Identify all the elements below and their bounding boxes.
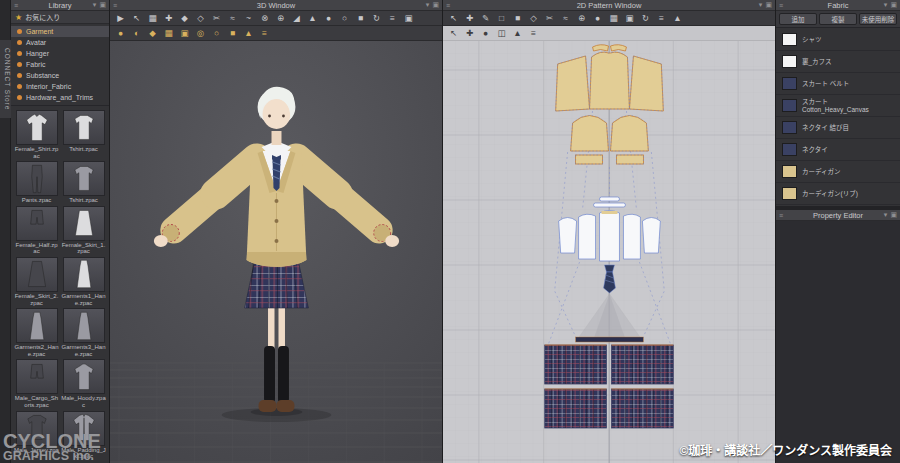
dock-icon[interactable]: ▣ bbox=[765, 1, 772, 9]
library-item[interactable]: Female_Shirt.zpac bbox=[14, 110, 59, 159]
library-item[interactable]: Tshirt.zpac bbox=[61, 110, 106, 159]
collapse-icon[interactable]: ▾ bbox=[93, 1, 97, 9]
rotate-2d-icon[interactable]: ↻ bbox=[638, 12, 653, 25]
sewing-icon[interactable]: ✂ bbox=[209, 12, 224, 25]
library-category-garment[interactable]: Garment bbox=[11, 26, 109, 37]
polygon-icon[interactable]: □ bbox=[494, 12, 509, 25]
fabric-add-button[interactable]: 追加 bbox=[779, 13, 817, 25]
fabric-delete-unused-button[interactable]: 未使用削除 bbox=[859, 13, 897, 25]
circle-icon[interactable]: ◇ bbox=[526, 12, 541, 25]
library-item[interactable]: Male_Padding_Jkt.zpac bbox=[61, 411, 106, 460]
show-texture-icon[interactable]: ▣ bbox=[177, 27, 192, 40]
fabric-titlebar[interactable]: ≡ Fabric ▾ ▣ bbox=[776, 0, 900, 11]
rotate-view-icon[interactable]: ↻ bbox=[369, 12, 384, 25]
collapse-icon[interactable]: ▾ bbox=[426, 1, 430, 9]
menu-2d-icon[interactable]: ≡ bbox=[654, 12, 669, 25]
grid-icon[interactable]: ▣ bbox=[401, 12, 416, 25]
show-mesh-icon[interactable]: ▦ bbox=[161, 27, 176, 40]
titlebar-2d[interactable]: ≡ 2D Pattern Window ▾ ▣ bbox=[443, 0, 775, 11]
show-pins-icon[interactable]: ◆ bbox=[145, 27, 160, 40]
panel-2d-icon[interactable]: ◫ bbox=[494, 27, 509, 40]
library-item[interactable]: Tshirt.zpac bbox=[61, 161, 106, 204]
library-item[interactable]: Female_Skirt_1.zpac bbox=[61, 206, 106, 255]
library-category-hanger[interactable]: Hanger bbox=[11, 48, 109, 59]
library-item[interactable]: Male_Hoody.zpac bbox=[61, 359, 106, 408]
fabric-item[interactable]: ネクタイ 結び目 bbox=[776, 117, 900, 139]
add-point-icon[interactable]: ✎ bbox=[478, 12, 493, 25]
library-category-interior_fabric[interactable]: Interior_Fabric bbox=[11, 81, 109, 92]
favorites-tab[interactable]: ★ お気に入り bbox=[11, 11, 109, 24]
show-floor-icon[interactable]: ■ bbox=[225, 27, 240, 40]
scene-light-icon[interactable]: ◎ bbox=[193, 27, 208, 40]
translate-gizmo-icon[interactable]: ✚ bbox=[161, 12, 176, 25]
library-category-hardware_and_trims[interactable]: Hardware_and_Trims bbox=[11, 92, 109, 103]
grading-icon[interactable]: ▦ bbox=[606, 12, 621, 25]
library-item[interactable]: Garments3_Hane.zpac bbox=[61, 308, 106, 357]
collapse-icon[interactable]: ▾ bbox=[759, 1, 763, 9]
gizmo-mode-icon[interactable]: ▲ bbox=[241, 27, 256, 40]
library-item[interactable]: Garments1_Hane.zpac bbox=[61, 257, 106, 306]
show-avatar-icon[interactable]: ● bbox=[113, 27, 128, 40]
dock-icon[interactable]: ▣ bbox=[890, 211, 897, 219]
segment-sewing-2d-icon[interactable]: ≈ bbox=[558, 12, 573, 25]
fabric-duplicate-button[interactable]: 複製 bbox=[819, 13, 857, 25]
library-item[interactable]: Female_Skirt_2.zpac bbox=[14, 257, 59, 306]
window-menu-icon[interactable]: ≡ bbox=[779, 2, 783, 9]
select-2d-icon[interactable]: ↖ bbox=[446, 27, 461, 40]
canvas-3d[interactable] bbox=[110, 41, 442, 463]
library-category-avatar[interactable]: Avatar bbox=[11, 37, 109, 48]
property-editor-titlebar[interactable]: ≡ Property Editor ▾ ▣ bbox=[776, 210, 900, 221]
fabric-item[interactable]: 裏_カフス bbox=[776, 51, 900, 73]
tack-icon[interactable]: ⊕ bbox=[273, 12, 288, 25]
library-item[interactable]: Pants.zpac bbox=[14, 161, 59, 204]
show-wireframe-icon[interactable]: ○ bbox=[209, 27, 224, 40]
measure-icon[interactable]: ○ bbox=[337, 12, 352, 25]
texture-2d-icon[interactable]: ▣ bbox=[622, 12, 637, 25]
library-item[interactable]: Garments2_Hane.zpac bbox=[14, 308, 59, 357]
collapse-icon[interactable]: ▾ bbox=[884, 1, 888, 9]
fabric-item[interactable]: シャツ bbox=[776, 29, 900, 51]
arrange-icon[interactable]: ▲ bbox=[305, 12, 320, 25]
options-2d-icon[interactable]: ≡ bbox=[526, 27, 541, 40]
pin-icon[interactable]: ◆ bbox=[177, 12, 192, 25]
library-category-substance[interactable]: Substance bbox=[11, 70, 109, 81]
library-item[interactable]: Male_Cargo_Shorts.zpac bbox=[14, 359, 59, 408]
library-titlebar[interactable]: ≡ Library ▾ ▣ bbox=[11, 0, 109, 11]
add-2d-icon[interactable]: ✚ bbox=[462, 27, 477, 40]
dock-icon[interactable]: ▣ bbox=[432, 1, 439, 9]
avatar-tape-icon[interactable]: ● bbox=[321, 12, 336, 25]
canvas-2d[interactable] bbox=[443, 41, 775, 463]
library-item[interactable]: Female_Half.zpac bbox=[14, 206, 59, 255]
transform-pattern-icon[interactable]: ↖ bbox=[446, 12, 461, 25]
window-menu-icon[interactable]: ≡ bbox=[113, 2, 117, 9]
connect-store-tab[interactable]: CONNECT Store bbox=[0, 40, 11, 118]
dock-icon[interactable]: ▣ bbox=[890, 1, 897, 9]
edit-pattern-icon[interactable]: ✚ bbox=[462, 12, 477, 25]
fabric-item[interactable]: ネクタイ bbox=[776, 139, 900, 161]
window-menu-icon[interactable]: ≡ bbox=[779, 212, 783, 219]
layout-2d-icon[interactable]: ▲ bbox=[670, 12, 685, 25]
titlebar-3d[interactable]: ≡ 3D Window ▾ ▣ bbox=[110, 0, 442, 11]
fabric-item[interactable]: カーディガン(リブ) bbox=[776, 183, 900, 205]
fold-arrangement-icon[interactable]: ◢ bbox=[289, 12, 304, 25]
show-garment-icon[interactable]: ◐ bbox=[129, 27, 144, 40]
free-sewing-2d-icon[interactable]: ⊕ bbox=[574, 12, 589, 25]
window-menu-icon[interactable]: ≡ bbox=[446, 2, 450, 9]
view-options-icon[interactable]: ≡ bbox=[257, 27, 272, 40]
free-sewing-icon[interactable]: ~ bbox=[241, 12, 256, 25]
library-category-fabric[interactable]: Fabric bbox=[11, 59, 109, 70]
fabric-item[interactable]: スカート ベルト bbox=[776, 73, 900, 95]
fabric-item[interactable]: カーディガン bbox=[776, 161, 900, 183]
notch-icon[interactable]: ● bbox=[590, 12, 605, 25]
simulate-icon[interactable]: ▶ bbox=[113, 12, 128, 25]
segment-sewing-icon[interactable]: ≈ bbox=[225, 12, 240, 25]
point-2d-icon[interactable]: ● bbox=[478, 27, 493, 40]
pin-select-icon[interactable]: ◇ bbox=[193, 12, 208, 25]
sewing-2d-icon[interactable]: ✂ bbox=[542, 12, 557, 25]
menu-icon[interactable]: ≡ bbox=[385, 12, 400, 25]
dock-icon[interactable]: ▣ bbox=[99, 1, 106, 9]
fabric-item[interactable]: スカート Cotton_Heavy_Canvas bbox=[776, 95, 900, 117]
collapse-icon[interactable]: ▾ bbox=[884, 211, 888, 219]
detach-sewing-icon[interactable]: ⊗ bbox=[257, 12, 272, 25]
rectangle-icon[interactable]: ■ bbox=[510, 12, 525, 25]
